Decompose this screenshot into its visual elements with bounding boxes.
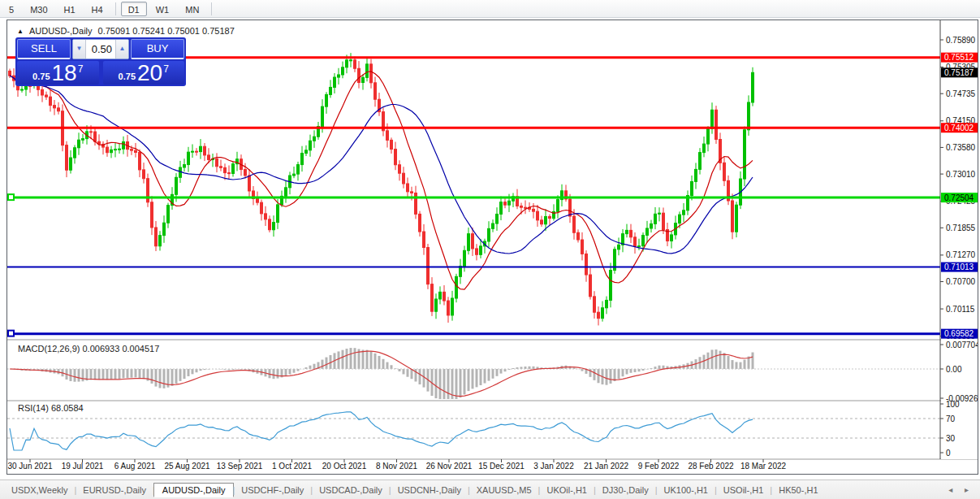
rsi-axis-tick: 70: [946, 414, 956, 423]
price-axis-tick: 0.73580: [946, 143, 976, 152]
sell-price-prefix: 0.75: [32, 72, 50, 81]
buy-quote[interactable]: 0.75 20 7: [103, 61, 185, 85]
timeframe-button-h4[interactable]: H4: [84, 2, 110, 16]
buy-button[interactable]: BUY: [131, 39, 184, 59]
price-axis-tick: 0.70700: [946, 277, 976, 286]
buy-price-pipette: 7: [163, 63, 169, 75]
date-axis-label: 8 Nov 2021: [376, 462, 418, 471]
level-price-chip: 0.69582: [944, 329, 974, 338]
level-price-chip: 0.75512: [944, 53, 974, 62]
tab-hk50-h1[interactable]: HK50-,H1: [771, 483, 826, 497]
price-axis-tick: 0.73010: [946, 170, 976, 179]
timeframe-button-m30[interactable]: M30: [23, 2, 54, 16]
rsi-axis-tick: 100: [946, 400, 960, 409]
date-axis-label: 15 Dec 2021: [478, 462, 525, 471]
sell-quote[interactable]: 0.75 18 7: [17, 61, 99, 85]
level-price-chip: 0.71013: [944, 263, 974, 271]
chart-symbol-icon: ▲: [17, 28, 24, 35]
tab-audusd-daily[interactable]: AUDUSD-,Daily: [153, 483, 235, 497]
macd-axis-tick: 0.00: [946, 365, 962, 374]
chart-title: ▲ AUDUSD-,Daily 0.75091 0.75241 0.75001 …: [17, 26, 235, 36]
date-axis-label: 26 Nov 2021: [426, 462, 473, 471]
tab-usdcnh-daily[interactable]: USDCNH-,Daily: [390, 483, 469, 497]
date-axis-label: 6 Aug 2021: [114, 462, 156, 471]
date-axis-label: 18 Mar 2022: [740, 462, 787, 471]
chart-ohlc-values: 0.75091 0.75241 0.75001 0.75187: [98, 26, 235, 36]
date-axis-label: 19 Jul 2021: [62, 462, 104, 471]
sell-price-pipette: 7: [78, 63, 84, 75]
date-axis-label: 20 Oct 2021: [322, 462, 367, 471]
timeframe-button-d1[interactable]: D1: [121, 2, 147, 16]
sell-button[interactable]: SELL: [17, 39, 71, 59]
rsi-axis-tick: 0: [946, 449, 951, 458]
timeframe-toolbar: 5M30H1H4D1W1MN: [0, 0, 980, 18]
rsi-indicator-label: RSI(14) 68.0584: [18, 403, 84, 413]
date-axis-label: 21 Jan 2022: [584, 462, 628, 471]
tab-usdcad-daily[interactable]: USDCAD-,Daily: [311, 483, 391, 497]
sell-price-main: 18: [52, 63, 77, 84]
current-price-chip: 0.75187: [944, 68, 974, 77]
volume-increase-button[interactable]: ▲: [115, 40, 128, 59]
tab-eurusd-daily[interactable]: EURUSD-,Daily: [75, 483, 154, 497]
date-axis-label: 9 Feb 2022: [638, 462, 680, 471]
date-axis-label: 3 Jan 2022: [533, 462, 574, 471]
tab-dj30-daily[interactable]: DJ30-,Daily: [594, 483, 657, 497]
date-axis-label: 28 Feb 2022: [688, 462, 734, 471]
volume-input[interactable]: [86, 40, 115, 59]
tab-usdx-weekly[interactable]: USDX,Weekly: [3, 483, 76, 497]
price-axis-tick: 0.71855: [946, 223, 976, 232]
tab-usdchf-daily[interactable]: USDCHF-,Daily: [233, 483, 312, 497]
price-axis-tick: 0.71270: [946, 250, 976, 259]
date-axis-label: 13 Sep 2021: [217, 462, 263, 471]
date-axis-label: 25 Aug 2021: [164, 462, 210, 471]
tab-uk100-h1[interactable]: UK100-,H1: [656, 483, 716, 497]
timeframe-button-w1[interactable]: W1: [149, 2, 177, 16]
rsi-axis-tick: 30: [946, 434, 956, 443]
buy-price-prefix: 0.75: [119, 72, 136, 81]
chart-symbol-label: AUDUSD-,Daily: [29, 26, 93, 36]
date-axis-label: 1 Oct 2021: [272, 462, 312, 471]
price-axis-tick: 0.74735: [946, 89, 976, 98]
macd-indicator-label: MACD(12,26,9) 0.006933 0.004517: [18, 344, 159, 354]
timeframe-button-h1[interactable]: H1: [57, 2, 83, 16]
toolbar-separator: [115, 2, 116, 15]
tab-ukoil-h1[interactable]: UKOil-,H1: [538, 483, 595, 497]
buy-price-main: 20: [137, 63, 162, 84]
volume-stepper: ▼ ▲: [72, 39, 129, 59]
price-chart[interactable]: 0.758900.753050.747350.741500.735800.730…: [7, 20, 978, 474]
timeframe-button-5[interactable]: 5: [2, 2, 21, 16]
level-price-chip: 0.72504: [944, 193, 974, 202]
level-price-chip: 0.74002: [944, 124, 974, 132]
toolbar-separator: [211, 2, 212, 15]
tab-usoil-h1[interactable]: USOil-,H1: [715, 483, 772, 497]
symbol-tab-bar: USDX,Weekly|EURUSD-,Daily|AUDUSD-,Daily|…: [0, 479, 980, 499]
price-axis-tick: 0.75890: [946, 36, 976, 45]
tab-scroll-arrows[interactable]: ◂ ▸: [948, 485, 977, 494]
volume-decrease-button[interactable]: ▼: [73, 40, 86, 59]
price-axis-tick: 0.70115: [946, 305, 975, 314]
chart-window: 0.758900.753050.747350.741500.735800.730…: [6, 20, 978, 475]
macd-axis-tick: 0.007704: [946, 341, 978, 349]
one-click-trade-panel: SELL ▼ ▲ BUY 0.75 18 7 0.75 20 7: [15, 37, 186, 86]
tab-xauusd-m5[interactable]: XAUUSD-,M5: [468, 483, 540, 497]
date-axis-label: 30 Jun 2021: [7, 462, 52, 471]
timeframe-button-mn[interactable]: MN: [178, 2, 206, 16]
